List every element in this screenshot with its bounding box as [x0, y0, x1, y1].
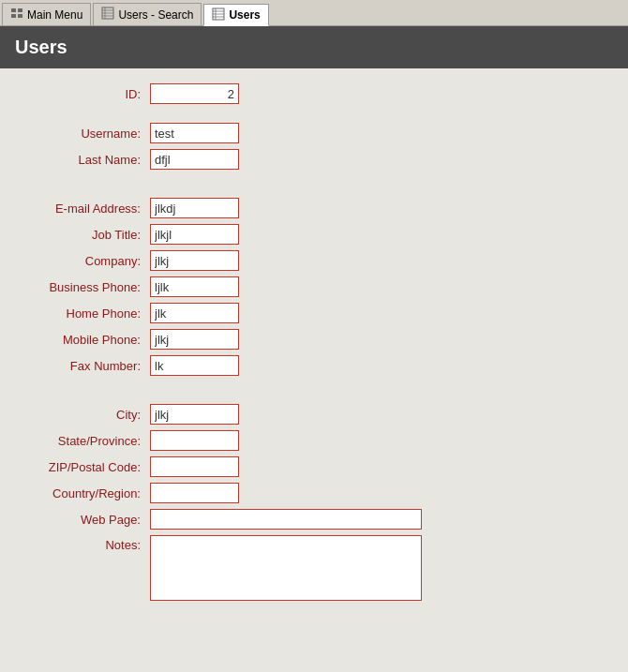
homephone-input[interactable] [150, 303, 239, 323]
svg-rect-1 [18, 8, 22, 12]
tab-bar: Main Menu Users - Search Users [0, 0, 628, 26]
state-input[interactable] [150, 430, 239, 451]
username-input[interactable] [150, 123, 239, 143]
section-address: City: State/Province: ZIP/Postal Code: C… [0, 404, 628, 601]
email-input[interactable] [150, 198, 239, 218]
tab-users[interactable]: Users [203, 4, 268, 26]
section-contact: E-mail Address: Job Title: Company: Busi… [0, 198, 628, 376]
country-label: Country/Region: [19, 486, 150, 500]
jobtitle-label: Job Title: [19, 228, 150, 242]
lastname-label: Last Name: [19, 153, 150, 167]
row-businessphone: Business Phone: [0, 276, 628, 297]
notes-textarea[interactable] [150, 535, 422, 601]
section-basic: ID: Username: Last Name: [0, 83, 628, 170]
page-title: Users [15, 37, 67, 58]
row-city: City: [0, 404, 628, 425]
webpage-label: Web Page: [19, 513, 150, 527]
fax-input[interactable] [150, 355, 239, 376]
row-country: Country/Region: [0, 483, 628, 503]
content-area: ID: Username: Last Name: E-mail Address:… [0, 68, 628, 672]
svg-rect-3 [18, 14, 22, 18]
tab-users-search[interactable]: Users - Search [93, 3, 202, 25]
tab-main-menu-label: Main Menu [27, 8, 82, 22]
svg-rect-2 [11, 14, 16, 18]
id-input[interactable] [150, 83, 239, 104]
svg-rect-0 [11, 8, 16, 12]
businessphone-input[interactable] [150, 276, 239, 297]
company-label: Company: [19, 254, 150, 268]
row-mobilephone: Mobile Phone: [0, 329, 628, 350]
email-label: E-mail Address: [19, 202, 150, 216]
row-fax: Fax Number: [0, 355, 628, 376]
page-header: Users [0, 26, 628, 68]
tab-users-search-label: Users - Search [118, 8, 193, 22]
row-state: State/Province: [0, 430, 628, 451]
row-lastname: Last Name: [0, 149, 628, 170]
fax-label: Fax Number: [19, 359, 150, 373]
city-input[interactable] [150, 404, 239, 425]
country-input[interactable] [150, 483, 239, 503]
mobilephone-label: Mobile Phone: [19, 333, 150, 347]
notes-label: Notes: [19, 535, 150, 552]
lastname-input[interactable] [150, 149, 239, 170]
row-zip: ZIP/Postal Code: [0, 456, 628, 477]
zip-input[interactable] [150, 456, 239, 477]
row-id: ID: [0, 83, 628, 104]
row-username: Username: [0, 123, 628, 143]
id-label: ID: [19, 87, 150, 101]
city-label: City: [19, 408, 150, 422]
row-homephone: Home Phone: [0, 303, 628, 323]
row-notes: Notes: [0, 535, 628, 601]
row-company: Company: [0, 250, 628, 271]
webpage-input[interactable] [150, 509, 422, 530]
company-input[interactable] [150, 250, 239, 271]
row-email: E-mail Address: [0, 198, 628, 218]
main-menu-icon [10, 7, 23, 22]
zip-label: ZIP/Postal Code: [19, 460, 150, 474]
row-webpage: Web Page: [0, 509, 628, 530]
state-label: State/Province: [19, 434, 150, 448]
tab-main-menu[interactable]: Main Menu [2, 3, 91, 25]
row-jobtitle: Job Title: [0, 224, 628, 245]
tab-users-label: Users [229, 8, 260, 22]
username-label: Username: [19, 127, 150, 141]
homephone-label: Home Phone: [19, 306, 150, 321]
users-search-icon [101, 7, 114, 22]
mobilephone-input[interactable] [150, 329, 239, 350]
businessphone-label: Business Phone: [19, 280, 150, 294]
jobtitle-input[interactable] [150, 224, 239, 245]
users-icon [212, 7, 225, 23]
